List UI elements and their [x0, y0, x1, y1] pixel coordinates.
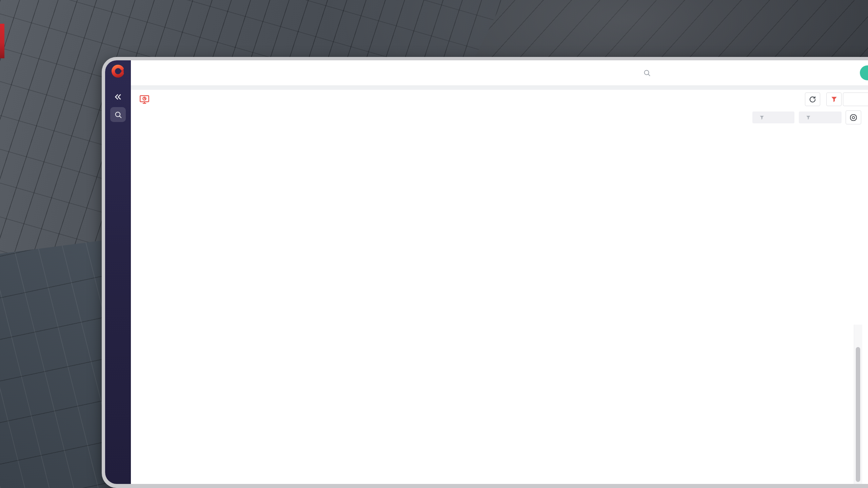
chevrons-left-icon: [114, 93, 122, 101]
search-icon: [643, 69, 651, 77]
refresh-button[interactable]: [805, 93, 820, 106]
sidebar-collapse-button[interactable]: [105, 90, 131, 104]
report-chart-icon: [139, 94, 150, 105]
search-icon: [114, 110, 122, 119]
gear-icon: [849, 114, 857, 122]
sidebar-search-button[interactable]: [110, 107, 126, 122]
refresh-icon: [809, 96, 816, 103]
search-input[interactable]: [655, 68, 738, 77]
title-accent-bar: [0, 24, 4, 58]
app-window: [102, 57, 868, 488]
column-settings-button[interactable]: [846, 110, 861, 124]
filter-chip-name[interactable]: [752, 111, 794, 123]
main-area: [131, 60, 868, 484]
topbar: [131, 60, 868, 85]
data-table-wrap: [139, 325, 760, 484]
app-logo-icon[interactable]: [110, 63, 126, 79]
funnel-icon: [759, 115, 765, 120]
scrollbar-thumb[interactable]: [856, 347, 860, 482]
funnel-icon: [806, 115, 811, 120]
filter-button[interactable]: [826, 93, 842, 106]
export-button[interactable]: [843, 93, 868, 106]
sidebar: [105, 60, 131, 484]
filter-chip-unit[interactable]: [799, 111, 842, 123]
avatar[interactable]: [860, 65, 868, 80]
report-panel: [131, 90, 868, 484]
global-search: [643, 60, 738, 85]
screen: [0, 0, 868, 488]
bar-chart: [210, 141, 797, 310]
filter-icon: [830, 96, 838, 103]
table-scrollbar: [854, 325, 862, 484]
